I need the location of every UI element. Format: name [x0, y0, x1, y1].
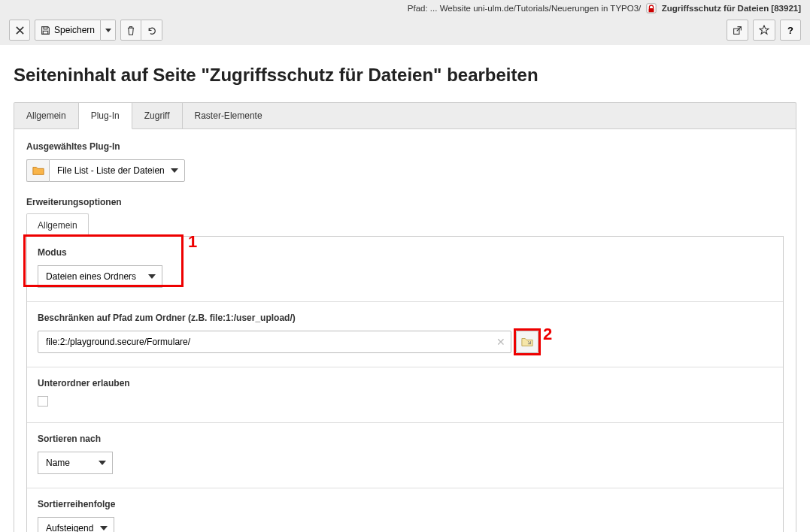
save-button[interactable]: Speichern: [35, 20, 101, 41]
breadcrumb-path: Pfad: ... Website uni-ulm.de/Tutorials/N…: [408, 4, 641, 13]
sortby-label: Sortieren nach: [38, 434, 772, 444]
plugin-select[interactable]: File List - Liste der Dateien: [49, 159, 185, 182]
delete-button[interactable]: [120, 20, 141, 41]
plugin-select-label: Ausgewähltes Plug-In: [26, 141, 784, 152]
inner-tab-general[interactable]: Allgemein: [26, 213, 89, 237]
tab-plugin[interactable]: Plug-In: [79, 103, 132, 129]
row-subfolders: Unterordner erlauben: [27, 367, 783, 423]
main-tabs: Allgemein Plug-In Zugriff Raster-Element…: [14, 102, 796, 128]
ext-options-label: Erweiterungsoptionen: [26, 197, 784, 207]
toolbar: Speichern ?: [0, 15, 810, 45]
sortorder-select[interactable]: Aufsteigend: [38, 517, 114, 532]
annotation-1: 1: [188, 232, 197, 252]
path-label: Beschränken auf Pfad zum Ordner (z.B. fi…: [38, 313, 772, 323]
svg-rect-1: [649, 8, 654, 12]
close-button[interactable]: [9, 20, 30, 41]
undo-button[interactable]: [141, 20, 162, 41]
subfolders-checkbox[interactable]: [38, 396, 48, 407]
annotation-2: 2: [543, 325, 552, 344]
chevron-down-icon: [105, 29, 111, 32]
row-path: Beschränken auf Pfad zum Ordner (z.B. fi…: [27, 302, 783, 367]
tab-general[interactable]: Allgemein: [14, 103, 79, 128]
row-sortorder: Sortierreihenfolge Aufsteigend: [27, 488, 783, 532]
external-link-icon: [733, 26, 742, 35]
help-icon: ?: [787, 25, 793, 36]
tab-access[interactable]: Zugriff: [132, 103, 183, 128]
star-icon: [759, 25, 769, 35]
undo-icon: [147, 26, 156, 35]
browse-folder-button[interactable]: [516, 331, 538, 353]
path-input[interactable]: [38, 331, 511, 353]
svg-rect-3: [43, 31, 48, 34]
subfolders-label: Unterordner erlauben: [38, 378, 772, 388]
open-new-window-button[interactable]: [727, 20, 748, 41]
content-area: Seiteninhalt auf Seite "Zugriffsschutz f…: [0, 45, 810, 532]
plugin-panel: Ausgewähltes Plug-In File List - Liste d…: [14, 128, 796, 532]
tab-grid[interactable]: Raster-Elemente: [183, 103, 275, 128]
trash-icon: [126, 26, 135, 35]
save-icon: [41, 26, 50, 35]
sortorder-label: Sortierreihenfolge: [38, 499, 772, 509]
close-icon: [16, 26, 24, 35]
svg-rect-2: [44, 26, 47, 29]
folder-icon: [26, 159, 49, 182]
sortby-select[interactable]: Name: [38, 452, 113, 474]
save-dropdown-button[interactable]: [101, 20, 116, 41]
breadcrumb-id: [83921]: [771, 4, 801, 13]
clear-icon[interactable]: ✕: [496, 336, 505, 348]
page-title: Seiteninhalt auf Seite "Zugriffsschutz f…: [14, 65, 796, 86]
breadcrumb-title: Zugriffsschutz für Dateien: [662, 4, 769, 13]
browse-folder-icon: [521, 337, 533, 347]
help-button[interactable]: ?: [780, 20, 801, 41]
lock-icon: [646, 3, 657, 14]
modus-select[interactable]: Dateien eines Ordners: [38, 265, 162, 288]
row-sortby: Sortieren nach Name: [27, 423, 783, 488]
bookmark-button[interactable]: [753, 20, 775, 41]
row-modus: 1 Modus Dateien eines Ordners: [27, 237, 783, 302]
breadcrumb: Pfad: ... Website uni-ulm.de/Tutorials/N…: [0, 0, 810, 15]
modus-label: Modus: [38, 247, 772, 258]
